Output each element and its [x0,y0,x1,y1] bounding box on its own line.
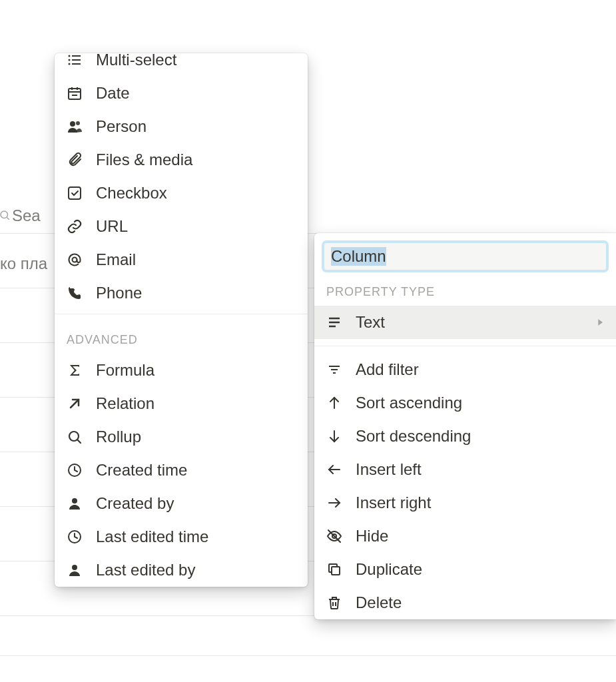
arrow-down-icon [325,428,344,444]
type-adv-item-label: Created time [96,461,187,480]
action-item-label: Duplicate [356,560,422,579]
clock-icon [65,462,84,478]
type-item-email[interactable]: Email [55,243,308,276]
type-item-label: URL [96,217,128,236]
arrow-left-icon [325,462,344,478]
paperclip-icon [65,152,84,168]
action-item-hide[interactable]: Hide [314,519,616,553]
property-type-label: Text [356,313,385,332]
type-item-date[interactable]: Date [55,77,308,110]
type-item-label: Email [96,250,136,269]
type-item-person[interactable]: Person [55,110,308,143]
duplicate-icon [325,561,344,577]
text-icon [325,314,344,330]
bg-search-label: Sea [12,206,41,225]
type-adv-item-last-edited-time[interactable]: Last edited time [55,520,308,553]
action-item-label: Add filter [356,360,419,379]
type-adv-item-label: Last edited time [96,527,208,546]
type-item-label: Checkbox [96,184,167,202]
type-adv-item-label: Created by [96,494,174,513]
menu-divider [314,346,616,346]
type-item-phone[interactable]: Phone [55,276,308,310]
type-item-label: Files & media [96,151,192,169]
type-adv-item-label: Formula [96,361,154,380]
type-adv-item-label: Rollup [96,428,141,446]
eye-off-icon [325,528,344,544]
action-item-sort-desc[interactable]: Sort descending [314,420,616,453]
search-icon [65,429,84,445]
type-item-multiselect[interactable]: Multi-select [55,53,308,77]
svg-point-0 [1,211,8,218]
type-item-checkbox[interactable]: Checkbox [55,176,308,210]
svg-line-1 [7,217,9,219]
action-item-sort-asc[interactable]: Sort ascending [314,386,616,420]
arrow-up-icon [325,395,344,411]
action-item-duplicate[interactable]: Duplicate [314,553,616,586]
type-adv-item-relation[interactable]: Relation [55,387,308,420]
type-item-label: Date [96,84,130,103]
link-icon [65,218,84,234]
chevron-right-icon [595,313,605,332]
type-item-files[interactable]: Files & media [55,143,308,176]
type-item-label: Person [96,117,147,136]
action-item-add-filter[interactable]: Add filter [314,353,616,386]
calendar-icon [65,85,84,101]
type-item-label: Multi-select [96,53,176,69]
action-item-delete[interactable]: Delete [314,586,616,619]
type-adv-item-formula[interactable]: Formula [55,354,308,387]
filter-icon [325,362,344,378]
people-icon [65,119,84,135]
property-type-selected[interactable]: Text [314,306,616,339]
arrow-ne-icon [65,396,84,412]
column-name-input[interactable] [324,242,607,270]
advanced-section-header: ADVANCED [55,318,308,354]
type-adv-item-label: Relation [96,394,154,413]
type-adv-item-created-by[interactable]: Created by [55,487,308,520]
action-item-label: Delete [356,593,402,612]
type-item-url[interactable]: URL [55,210,308,243]
action-item-label: Insert left [356,460,422,479]
action-item-label: Sort ascending [356,394,462,412]
type-adv-item-label: Last edited by [96,561,195,579]
sigma-icon [65,362,84,378]
action-item-insert-left[interactable]: Insert left [314,453,616,486]
action-item-label: Sort descending [356,427,471,446]
action-item-label: Insert right [356,494,431,512]
property-type-header: PROPERTY TYPE [314,277,616,306]
column-name-input-wrap [314,233,616,277]
search-icon [0,209,11,221]
type-item-label: Phone [96,284,142,302]
action-item-insert-right[interactable]: Insert right [314,486,616,519]
menu-divider [55,314,308,314]
action-item-label: Hide [356,527,388,545]
clock-icon [65,529,84,545]
checkbox-icon [65,185,84,201]
person-icon [65,562,84,578]
type-adv-item-rollup[interactable]: Rollup [55,420,308,454]
arrow-right-icon [325,495,344,511]
list-icon [65,53,84,68]
person-icon [65,496,84,512]
bg-row-divider [0,655,616,656]
bg-row-text: ко пла [0,254,47,273]
phone-icon [65,285,84,301]
type-adv-item-last-edited-by[interactable]: Last edited by [55,553,308,587]
column-menu: PROPERTY TYPE Text Add filterSort ascend… [314,233,616,619]
trash-icon [325,595,344,611]
at-icon [65,252,84,268]
type-adv-item-created-time[interactable]: Created time [55,454,308,487]
property-type-submenu: Multi-selectDatePersonFiles & mediaCheck… [55,53,308,587]
